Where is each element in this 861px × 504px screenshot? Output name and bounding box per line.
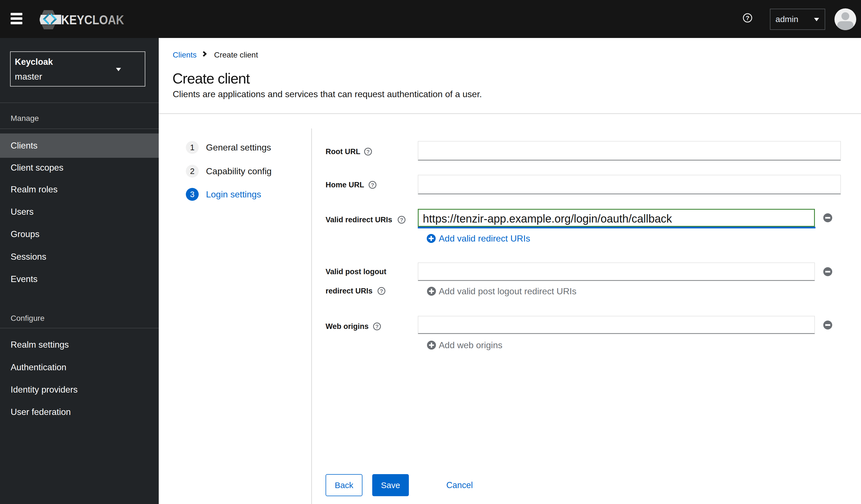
svg-text:?: ? — [375, 324, 379, 330]
svg-text:?: ? — [380, 288, 383, 294]
svg-text:?: ? — [746, 15, 749, 22]
svg-text:KEYCLOAK: KEYCLOAK — [61, 12, 124, 27]
svg-text:?: ? — [400, 217, 403, 223]
svg-text:?: ? — [371, 182, 374, 188]
svg-text:?: ? — [366, 149, 370, 155]
